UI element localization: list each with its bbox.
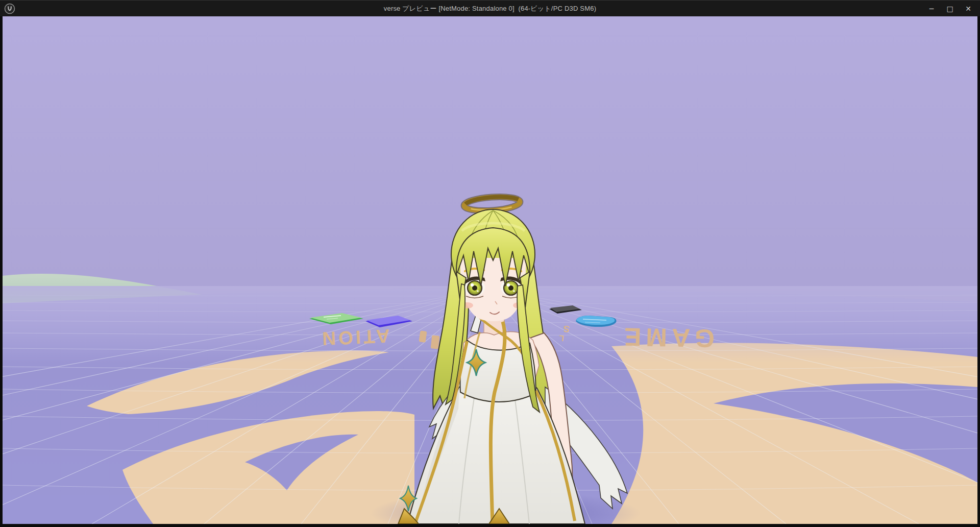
window-controls: ─ □ ✕ xyxy=(924,1,976,17)
unreal-logo-icon[interactable] xyxy=(3,2,16,15)
maximize-button[interactable]: □ xyxy=(942,2,958,15)
floor-text-fragment-s: S xyxy=(563,324,570,334)
minimize-button[interactable]: ─ xyxy=(924,2,939,15)
floor-text-game: GAME xyxy=(620,322,715,352)
window-title: verse プレビュー [NetMode: Standalone 0] (64-… xyxy=(0,1,980,17)
game-viewport[interactable]: GAME ATION S L xyxy=(3,16,977,524)
close-button[interactable]: ✕ xyxy=(961,2,976,15)
window-frame: { "window": { "title": "verse プレビュー [Net… xyxy=(0,0,980,527)
floor-text-fragment-l: L xyxy=(558,334,565,343)
floor-text-ation: ATION xyxy=(320,325,390,349)
unreal-logo-glyph xyxy=(4,3,16,15)
title-bar: verse プレビュー [NetMode: Standalone 0] (64-… xyxy=(0,0,980,16)
scene: GAME ATION S L xyxy=(3,16,977,524)
